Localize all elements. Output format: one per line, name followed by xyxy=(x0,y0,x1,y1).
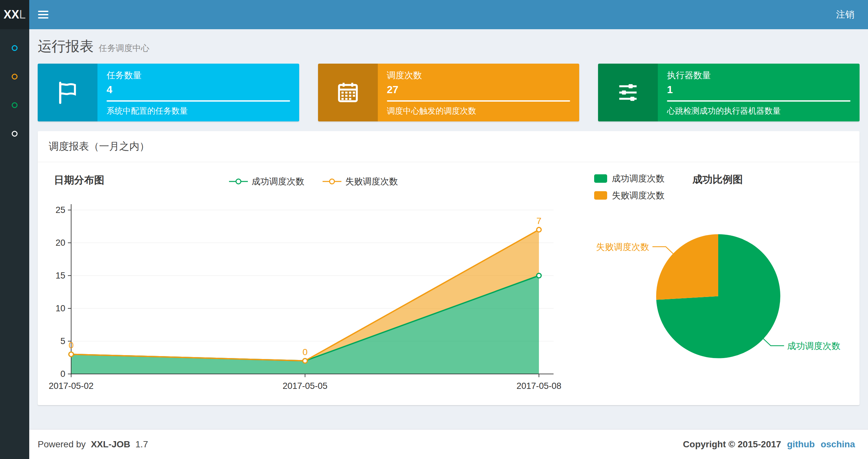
info-box-value: 4 xyxy=(106,84,290,96)
line-marker-icon xyxy=(322,178,342,185)
success-ratio-block: 成功调度次数 失败调度次数 成功比例图 成功调度次数失败调度次数 xyxy=(579,171,854,397)
sidebar xyxy=(0,29,29,459)
svg-text:7: 7 xyxy=(536,216,541,226)
brand-name: XXL-JOB xyxy=(91,439,130,449)
logo-text-light: L xyxy=(19,8,26,22)
circle-icon xyxy=(12,131,18,137)
line-chart-legend: 成功调度次数 失败调度次数 xyxy=(228,175,398,187)
sidebar-item-4[interactable] xyxy=(0,130,29,138)
svg-text:20: 20 xyxy=(56,238,65,248)
svg-text:0: 0 xyxy=(303,347,308,357)
info-box-title: 任务数量 xyxy=(106,69,290,81)
svg-text:10: 10 xyxy=(56,303,65,313)
date-distribution-chart: 05101520252017-05-022017-05-052017-05-08… xyxy=(47,192,566,397)
footer: Powered by XXL-JOB 1.7 Copyright © 2015-… xyxy=(29,429,868,459)
info-box-value: 1 xyxy=(667,84,850,96)
flag-icon xyxy=(38,64,97,122)
copyright-text: Copyright © 2015-2017 xyxy=(683,439,781,450)
svg-text:25: 25 xyxy=(56,205,65,215)
date-distribution-block: 日期分布图 成功调度次数 xyxy=(47,171,579,397)
info-box-jobs: 任务数量 4 系统中配置的任务数量 xyxy=(38,64,299,122)
svg-text:15: 15 xyxy=(56,271,65,281)
info-box-description: 调度中心触发的调度次数 xyxy=(387,105,570,116)
report-panel: 调度报表（一月之内） 日期分布图 成功调度次数 xyxy=(38,131,860,405)
info-box-description: 心跳检测成功的执行器机器数量 xyxy=(667,105,850,116)
svg-text:2017-05-05: 2017-05-05 xyxy=(283,381,328,391)
svg-text:2017-05-02: 2017-05-02 xyxy=(49,381,94,391)
legend-swatch-icon xyxy=(594,191,607,200)
panel-title: 调度报表（一月之内） xyxy=(38,131,860,162)
info-box-value: 27 xyxy=(387,84,570,96)
success-ratio-pie: 成功调度次数失败调度次数 xyxy=(588,201,848,391)
info-box-title: 执行器数量 xyxy=(667,69,850,81)
top-navbar: XXL 注销 xyxy=(0,0,868,29)
pie-chart-legend: 成功调度次数 失败调度次数 xyxy=(594,173,664,201)
logout-button[interactable]: 注销 xyxy=(823,0,868,29)
line-marker-icon xyxy=(228,178,249,185)
info-box-title: 调度次数 xyxy=(387,69,570,81)
github-link[interactable]: github xyxy=(787,439,815,450)
pie-chart-title: 成功比例图 xyxy=(692,173,743,186)
svg-text:成功调度次数: 成功调度次数 xyxy=(787,341,841,351)
sliders-icon xyxy=(598,64,658,122)
svg-text:0: 0 xyxy=(68,340,74,350)
content-area: 运行报表任务调度中心 任务数量 4 系统中配置的任务数量 xyxy=(29,29,868,429)
version-text: 1.7 xyxy=(135,439,148,449)
hamburger-icon xyxy=(38,11,49,12)
info-box-row: 任务数量 4 系统中配置的任务数量 xyxy=(29,64,868,122)
page-header: 运行报表任务调度中心 xyxy=(29,29,868,58)
line-chart-title: 日期分布图 xyxy=(54,173,104,187)
svg-text:5: 5 xyxy=(60,336,65,346)
legend-item-success[interactable]: 成功调度次数 xyxy=(228,175,304,187)
legend-item-success[interactable]: 成功调度次数 xyxy=(594,173,664,185)
circle-icon xyxy=(12,102,18,108)
powered-by-text: Powered by xyxy=(38,439,86,449)
circle-icon xyxy=(12,45,18,51)
logo-text-bold: XX xyxy=(4,8,19,22)
info-box-description: 系统中配置的任务数量 xyxy=(106,105,290,116)
calendar-icon xyxy=(318,64,378,122)
legend-swatch-icon xyxy=(594,174,607,183)
info-box-executors: 执行器数量 1 心跳检测成功的执行器机器数量 xyxy=(598,64,860,122)
sidebar-item-1[interactable] xyxy=(0,44,29,52)
svg-text:2017-05-08: 2017-05-08 xyxy=(517,381,561,391)
circle-icon xyxy=(12,74,18,79)
sidebar-item-3[interactable] xyxy=(0,101,29,109)
divider xyxy=(667,100,850,102)
divider xyxy=(106,100,290,102)
page-subtitle: 任务调度中心 xyxy=(99,43,149,53)
sidebar-toggle-button[interactable] xyxy=(29,0,57,29)
app-logo[interactable]: XXL xyxy=(0,0,29,29)
legend-item-fail[interactable]: 失败调度次数 xyxy=(594,190,664,201)
svg-text:0: 0 xyxy=(60,369,65,379)
legend-item-fail[interactable]: 失败调度次数 xyxy=(322,175,398,187)
page-title: 运行报表 xyxy=(38,38,94,54)
svg-text:失败调度次数: 失败调度次数 xyxy=(596,242,649,252)
divider xyxy=(387,100,570,102)
sidebar-item-2[interactable] xyxy=(0,73,29,80)
info-box-triggers: 调度次数 27 调度中心触发的调度次数 xyxy=(318,64,580,122)
oschina-link[interactable]: oschina xyxy=(820,439,855,450)
